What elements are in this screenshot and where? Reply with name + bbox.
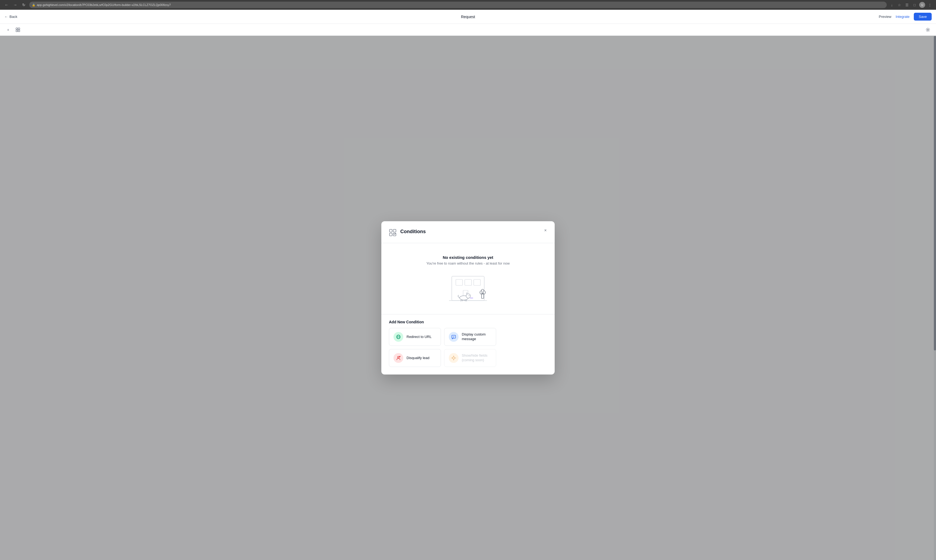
svg-point-17 bbox=[466, 294, 470, 298]
svg-point-22 bbox=[469, 295, 470, 296]
back-label: Back bbox=[9, 15, 17, 19]
svg-rect-1 bbox=[18, 28, 20, 29]
back-arrow-icon: ← bbox=[4, 15, 8, 19]
conditions-modal: Conditions × No existing conditions yet … bbox=[381, 221, 555, 374]
show-hide-label: Show/hide fields (coming soon) bbox=[462, 353, 491, 363]
add-condition-title: Add New Condition bbox=[389, 320, 547, 324]
extensions-icon[interactable]: ☰ bbox=[904, 2, 910, 8]
svg-point-36 bbox=[453, 357, 455, 359]
display-message-label: Display custom message bbox=[462, 332, 491, 342]
reload-button[interactable]: ↻ bbox=[21, 2, 27, 8]
bookmark-icon[interactable]: ☆ bbox=[896, 2, 902, 8]
svg-point-4 bbox=[927, 29, 929, 30]
add-condition-section: Add New Condition Redirect to URL bbox=[389, 320, 547, 367]
empty-state-title: No existing conditions yet bbox=[389, 255, 547, 260]
svg-point-33 bbox=[397, 356, 399, 358]
app-header: ← Back Request Preview Integrate Save bbox=[0, 10, 936, 24]
modal-title: Conditions bbox=[400, 229, 426, 234]
forward-nav-button[interactable]: → bbox=[12, 2, 18, 8]
svg-rect-11 bbox=[456, 280, 463, 285]
modal-header: Conditions bbox=[389, 229, 547, 237]
disqualify-lead-icon bbox=[394, 353, 403, 363]
main-content: State Postal code bbox=[0, 36, 936, 560]
display-message-icon bbox=[449, 332, 459, 342]
svg-rect-12 bbox=[465, 280, 471, 285]
show-hide-fields-card: Show/hide fields (coming soon) bbox=[444, 349, 496, 367]
settings-button[interactable] bbox=[924, 26, 932, 34]
browser-actions: ↓ ☆ ☰ □ U ⋮ bbox=[889, 2, 933, 8]
modal-overlay[interactable]: Conditions × No existing conditions yet … bbox=[0, 36, 936, 560]
svg-rect-23 bbox=[470, 298, 473, 298]
url-text: app.gohighlevel.com/v2/location/b7PC03b2… bbox=[37, 3, 884, 6]
svg-point-28 bbox=[483, 291, 485, 294]
toolbar: + bbox=[0, 24, 936, 36]
svg-rect-24 bbox=[482, 294, 484, 298]
svg-rect-0 bbox=[16, 28, 18, 29]
header-actions: Preview Integrate Save bbox=[879, 13, 932, 21]
page-title: Request bbox=[461, 15, 475, 19]
section-divider bbox=[381, 314, 555, 314]
save-button[interactable]: Save bbox=[914, 13, 932, 21]
svg-line-20 bbox=[465, 300, 465, 301]
grid-view-button[interactable] bbox=[14, 26, 22, 34]
redirect-url-label: Redirect to URL bbox=[406, 335, 431, 339]
svg-point-27 bbox=[480, 291, 482, 294]
profile-avatar[interactable]: U bbox=[919, 2, 925, 8]
tab-icon[interactable]: □ bbox=[911, 2, 918, 8]
svg-rect-7 bbox=[389, 233, 392, 236]
preview-button[interactable]: Preview bbox=[879, 15, 891, 19]
download-icon[interactable]: ↓ bbox=[889, 2, 895, 8]
empty-state-subtitle: You're free to roam without the rules - … bbox=[389, 261, 547, 265]
browser-chrome: ← → ↻ 🔒 app.gohighlevel.com/v2/location/… bbox=[0, 0, 936, 10]
condition-cards: Redirect to URL Display custom message bbox=[389, 328, 547, 367]
back-nav-button[interactable]: ← bbox=[3, 2, 10, 8]
url-bar[interactable]: 🔒 app.gohighlevel.com/v2/location/b7PC03… bbox=[29, 2, 887, 8]
svg-rect-5 bbox=[389, 229, 392, 232]
svg-rect-3 bbox=[18, 30, 20, 32]
display-custom-message-card[interactable]: Display custom message bbox=[444, 328, 496, 346]
disqualify-lead-label: Disqualify lead bbox=[406, 356, 430, 360]
integrate-button[interactable]: Integrate bbox=[896, 15, 910, 19]
toolbar-right bbox=[924, 26, 932, 34]
conditions-icon bbox=[389, 229, 397, 237]
empty-state: No existing conditions yet You're free t… bbox=[389, 250, 547, 314]
svg-rect-2 bbox=[16, 30, 18, 32]
back-button[interactable]: ← Back bbox=[4, 15, 17, 19]
modal-close-button[interactable]: × bbox=[542, 227, 549, 234]
add-element-button[interactable]: + bbox=[4, 26, 12, 34]
redirect-url-icon bbox=[394, 332, 403, 342]
empty-illustration bbox=[441, 271, 495, 306]
svg-rect-6 bbox=[393, 229, 396, 232]
svg-rect-13 bbox=[474, 280, 480, 285]
menu-icon[interactable]: ⋮ bbox=[927, 2, 933, 8]
redirect-url-card[interactable]: Redirect to URL bbox=[389, 328, 441, 346]
lock-icon: 🔒 bbox=[32, 3, 35, 6]
show-hide-icon bbox=[449, 353, 459, 363]
disqualify-lead-card[interactable]: Disqualify lead bbox=[389, 349, 441, 367]
